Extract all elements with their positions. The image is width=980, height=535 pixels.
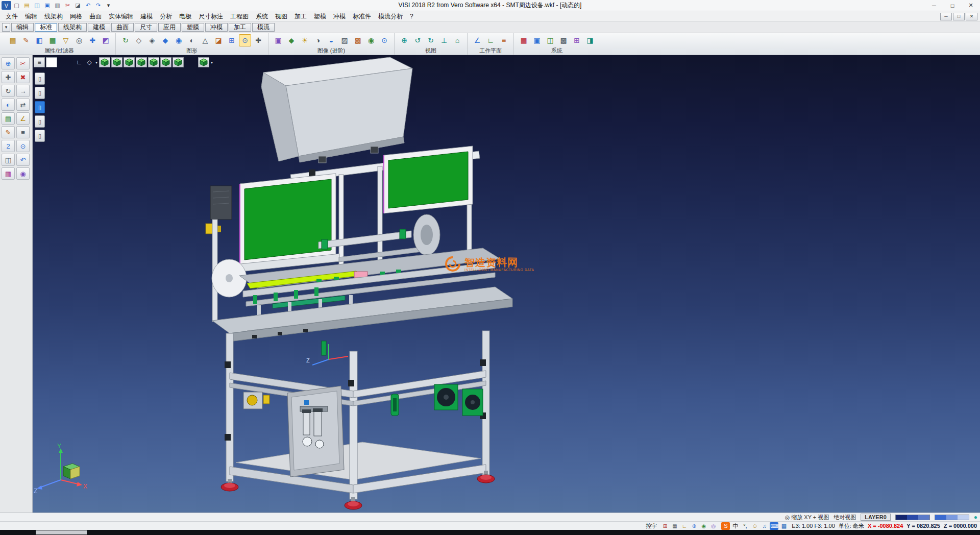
left-view-cube-icon[interactable] — [136, 57, 147, 67]
isolate-icon[interactable]: ◩ — [100, 34, 112, 46]
clipboard-slot-5-icon[interactable]: ▯ — [35, 130, 45, 142]
dynamic-rotate-icon[interactable]: ↻ — [425, 34, 437, 46]
attribute-brush-icon[interactable]: ✎ — [20, 34, 32, 46]
view-dropdown-icon[interactable]: ▾ — [95, 60, 98, 65]
menu-item[interactable]: 文件 — [2, 11, 21, 22]
back-view-cube-icon[interactable] — [160, 57, 172, 67]
layer-filter-icon[interactable]: ▦ — [46, 34, 59, 46]
tab-machining[interactable]: 加工 — [229, 23, 251, 32]
element-filter-icon[interactable]: ▽ — [60, 34, 72, 46]
soft-keyboard-icon[interactable]: ⌨ — [770, 522, 778, 530]
background-settings-icon[interactable]: ▨ — [338, 34, 351, 46]
new-file-icon[interactable]: ▢ — [12, 1, 21, 10]
electrical-panel[interactable] — [287, 386, 344, 477]
menu-item[interactable]: ? — [406, 12, 417, 21]
tab-molding[interactable]: 塑膜 — [182, 23, 204, 32]
move-tool-icon[interactable]: → — [16, 85, 30, 97]
tab-application[interactable]: 应用 — [158, 23, 181, 32]
undo-icon[interactable]: ↶ — [83, 1, 93, 10]
measure-tool-icon[interactable]: ∠ — [16, 112, 30, 125]
menu-item[interactable]: 建模 — [137, 11, 156, 22]
reflection-toggle-icon[interactable]: ◒ — [325, 34, 337, 46]
redo-icon[interactable]: ↷ — [93, 1, 103, 10]
workplane-align-icon[interactable]: ∟ — [484, 34, 497, 46]
rotate-tool-icon[interactable]: ↻ — [2, 85, 15, 97]
bottom-view-cube-icon[interactable] — [173, 57, 184, 67]
material-editor-icon[interactable]: ◆ — [285, 34, 298, 46]
menu-item[interactable]: 系统 — [252, 11, 272, 22]
maximize-button[interactable]: □ — [943, 0, 962, 11]
environment-settings-icon[interactable]: ◨ — [584, 34, 596, 46]
delete-tool-icon[interactable]: ✖ — [16, 71, 30, 83]
sogou-input-icon[interactable]: S — [721, 522, 730, 530]
absolute-view-label[interactable]: 绝对视图 — [834, 514, 856, 521]
top-view-cube-icon[interactable] — [124, 57, 135, 67]
clipboard-slot-1-icon[interactable]: ▯ — [35, 72, 45, 85]
menu-item[interactable]: 编辑 — [21, 11, 41, 22]
undo-tool-icon[interactable]: ↶ — [16, 154, 30, 166]
menu-item[interactable]: 分析 — [156, 11, 176, 22]
view-normal-icon[interactable]: ⊥ — [438, 34, 450, 46]
menu-item[interactable]: 塑模 — [310, 11, 330, 22]
color-filter-icon[interactable]: ◧ — [33, 34, 45, 46]
tab-modeling[interactable]: 建模 — [88, 23, 110, 32]
shaded-edges-mode-icon[interactable]: ◉ — [173, 34, 185, 46]
mdi-close-button[interactable]: ✕ — [966, 13, 977, 20]
grid-status-icon[interactable]: ▦ — [670, 522, 679, 530]
display-settings-icon[interactable]: ▣ — [531, 34, 543, 46]
front-view-cube-icon[interactable] — [111, 57, 122, 67]
axes-toggle-icon[interactable]: ∟ — [75, 58, 84, 67]
left-equipment-tower[interactable] — [206, 186, 232, 234]
menu-item[interactable]: 曲面 — [86, 11, 105, 22]
open-file-icon[interactable]: ▤ — [22, 1, 32, 10]
wcs-status-icon[interactable]: ⊕ — [690, 522, 698, 530]
render-settings-icon[interactable]: ▣ — [272, 34, 284, 46]
menu-item[interactable]: 工程图 — [227, 11, 252, 22]
system-monitor-icon[interactable]: ◫ — [544, 34, 556, 46]
print-icon[interactable]: ▥ — [53, 1, 62, 10]
menu-item[interactable]: 冲模 — [330, 11, 349, 22]
door-handle[interactable] — [391, 394, 399, 416]
osnap-status-icon[interactable]: ◉ — [699, 522, 708, 530]
mirror-tool-icon[interactable]: ⇄ — [16, 99, 30, 111]
view-dropdown-icon[interactable]: ▾ — [210, 60, 213, 65]
zoom-all-icon[interactable]: ⊕ — [398, 34, 410, 46]
right-view-cube-icon[interactable] — [148, 57, 159, 67]
two-d-view-icon[interactable]: 2 — [2, 140, 15, 152]
mdi-restore-button[interactable]: □ — [953, 13, 965, 20]
tab-dimension[interactable]: 尺寸 — [135, 23, 157, 32]
perspective-toggle-icon[interactable]: △ — [199, 34, 211, 46]
redraw-icon[interactable]: ↻ — [119, 34, 132, 46]
shade-toggle-icon[interactable]: ◐ — [2, 99, 15, 111]
quick-select-icon[interactable]: ✚ — [86, 34, 99, 46]
menu-item[interactable]: 标准件 — [349, 11, 375, 22]
pan-view-icon[interactable]: ✚ — [252, 34, 264, 46]
close-button[interactable]: ✕ — [962, 0, 980, 11]
active-layer-badge[interactable]: LAYER0 — [861, 514, 890, 521]
view-menu-icon[interactable]: ≡ — [34, 57, 45, 67]
zoom-mode-indicator[interactable]: ◎ 缩放 XY + 视图 — [785, 514, 829, 521]
hidden-line-mode-icon[interactable]: ◈ — [146, 34, 158, 46]
screen-panel-right[interactable] — [384, 146, 473, 213]
save-icon[interactable]: ◫ — [32, 1, 42, 10]
chinese-mode-icon[interactable]: 中 — [731, 522, 740, 530]
color-palette-icon[interactable]: ▦ — [518, 34, 530, 46]
menu-item[interactable]: 电极 — [176, 11, 195, 22]
ortho-status-icon[interactable]: ∟ — [680, 522, 689, 530]
table-frame[interactable] — [225, 331, 489, 499]
cut-icon[interactable]: ✂ — [63, 1, 72, 10]
annotate-tool-icon[interactable]: ✎ — [2, 126, 15, 138]
inspect-tool-icon[interactable]: ◉ — [16, 167, 30, 180]
tab-dropdown-icon[interactable]: ▾ — [2, 23, 10, 32]
minimize-button[interactable]: ─ — [925, 0, 943, 11]
punctuation-mode-icon[interactable]: °, — [741, 522, 749, 530]
shadow-toggle-icon[interactable]: ◑ — [312, 34, 324, 46]
grid-settings-icon[interactable]: ▩ — [557, 34, 570, 46]
selection-filter-icon[interactable]: ◎ — [73, 34, 85, 46]
custom-view-cube-icon[interactable] — [198, 57, 209, 67]
screen-panel-left[interactable] — [236, 174, 339, 272]
visi-logo-icon[interactable]: V — [2, 1, 11, 10]
offset-tool-icon[interactable]: ≡ — [16, 126, 30, 138]
3d-viewport[interactable]: Z Y X Z — [33, 55, 980, 513]
tab-surface[interactable]: 曲面 — [111, 23, 134, 32]
